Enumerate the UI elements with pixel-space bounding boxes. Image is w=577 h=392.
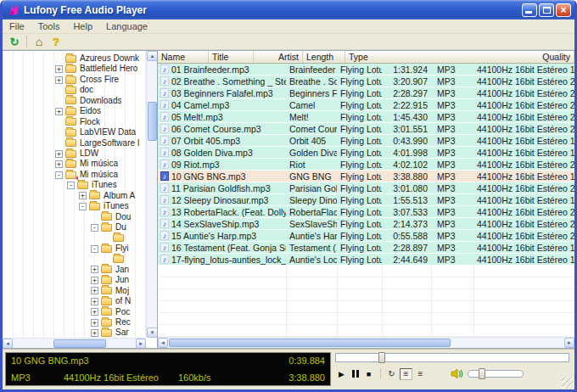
tree-item[interactable]: - Flyi <box>3 244 146 254</box>
volume-icon[interactable] <box>451 368 464 379</box>
maximize-button[interactable] <box>539 3 554 17</box>
column-header[interactable]: Name <box>158 51 209 63</box>
column-header[interactable]: Type <box>345 51 539 63</box>
tree-item[interactable]: Azureus Downk <box>3 53 146 64</box>
pause-button[interactable] <box>349 367 361 380</box>
tree-item[interactable]: - iTunes <box>3 180 146 190</box>
table-row[interactable]: ♪07 Orbit 405.mp3 Orbit 405 Flying Lotus… <box>158 135 574 147</box>
tree-item[interactable]: Flock <box>3 117 146 127</box>
stop-button[interactable]: ■ <box>362 367 375 380</box>
tree-expander-icon[interactable]: + <box>55 150 63 158</box>
column-header[interactable]: Artist <box>254 51 303 63</box>
menu-item[interactable]: Help <box>66 20 99 32</box>
tree-item[interactable]: + Jun <box>3 275 146 285</box>
tree-item[interactable] <box>3 254 146 264</box>
home-button[interactable]: ⌂ <box>31 35 48 49</box>
tree-item[interactable]: - Du <box>3 222 146 232</box>
tree-expander-icon[interactable]: + <box>91 329 98 337</box>
table-row[interactable]: ♪13 RobertaFlack. (Feat. Dolly).mp3 Robe… <box>158 206 574 218</box>
table-row[interactable]: ♪01 Brainfeeder.mp3 Brainfeeder Flying L… <box>158 64 574 76</box>
scroll-left-icon[interactable]: ◄ <box>158 338 168 348</box>
table-row[interactable]: ♪17-flying_lotus-aunties_lock_-_infinit.… <box>158 254 574 266</box>
seek-slider[interactable] <box>335 353 569 362</box>
tree-expander-icon[interactable]: - <box>91 224 98 232</box>
tree-item[interactable] <box>3 232 146 243</box>
tree-expander-icon[interactable]: + <box>91 277 98 284</box>
tree-item[interactable]: + Rec <box>3 317 146 328</box>
tree-expander-icon[interactable]: + <box>91 298 98 305</box>
table-row[interactable]: ♪16 Testament (Feat. Gonja Sufi).mp3 Tes… <box>158 242 574 254</box>
tree-expander-icon[interactable]: + <box>55 65 63 73</box>
menu-item[interactable]: Language <box>99 20 154 32</box>
list-hscroll-thumb[interactable] <box>169 339 451 347</box>
tree-item[interactable]: LabVIEW Data <box>3 127 146 137</box>
table-row[interactable]: ♪06 Comet Course.mp3 Comet Course Flying… <box>158 123 574 135</box>
tree-item[interactable]: LargeSoftware I <box>3 138 146 148</box>
tree-item[interactable]: - Mi música <box>3 170 146 180</box>
scroll-left-icon[interactable]: ◄ <box>3 339 13 349</box>
tree-horizontal-scrollbar[interactable]: ◄ ► <box>3 338 146 348</box>
refresh-button[interactable]: ↻ <box>6 35 23 49</box>
tree-item[interactable]: + Sar <box>3 328 146 338</box>
mode-button[interactable]: ≡ <box>400 368 412 380</box>
tree-vscroll-thumb[interactable] <box>148 102 157 141</box>
tree-item[interactable]: + Moj <box>3 286 146 296</box>
table-row[interactable]: ♪09 Riot.mp3 Riot Flying Lotus 4:02.102 … <box>158 159 574 171</box>
tree-item[interactable]: + Poc <box>3 307 146 317</box>
tree-expander-icon[interactable]: + <box>91 287 98 294</box>
scroll-right-icon[interactable]: ► <box>136 339 146 349</box>
menu-item[interactable]: Tools <box>31 20 67 32</box>
tree-item[interactable]: + Mi música <box>3 159 146 169</box>
scroll-down-icon[interactable]: ▼ <box>147 328 158 338</box>
tree-item[interactable]: + Eidos <box>3 106 146 116</box>
table-row[interactable]: ♪15 Auntie's Harp.mp3 Auntie's Harp Flyi… <box>158 230 574 242</box>
tree-item[interactable]: - iTunes <box>3 201 146 211</box>
tree-item[interactable]: + Cross Fire <box>3 75 146 85</box>
table-row[interactable]: ♪02 Breathe . Something _ Stellar St... … <box>158 76 574 87</box>
table-row[interactable]: ♪08 Golden Diva.mp3 Golden Diva Flying L… <box>158 147 574 159</box>
tree-item[interactable]: + of N <box>3 296 146 306</box>
menu-item[interactable]: File <box>3 20 31 32</box>
close-button[interactable]: × <box>556 3 571 17</box>
column-header[interactable]: Title <box>209 51 254 63</box>
title-bar[interactable]: Lufony Free Audio Player × <box>3 0 574 20</box>
tree-hscroll-thumb[interactable] <box>53 339 106 348</box>
volume-slider[interactable] <box>468 370 524 378</box>
table-row[interactable]: ♪04 Camel.mp3 Camel Flying Lotus 2:22.91… <box>158 99 574 111</box>
table-row[interactable]: ♪12 Sleepy Dinosaur.mp3 Sleepy Dino... F… <box>158 194 574 206</box>
minimize-button[interactable] <box>522 3 537 17</box>
scroll-right-icon[interactable]: ► <box>564 338 574 348</box>
tree-item[interactable]: Dou <box>3 212 146 222</box>
column-header[interactable]: Quality <box>539 51 574 63</box>
list-horizontal-scrollbar[interactable]: ◄ ► <box>158 337 574 348</box>
tree-item[interactable]: doc <box>3 85 146 95</box>
tree-expander-icon[interactable]: - <box>67 182 75 189</box>
table-row[interactable]: ♪14 SexSlaveShip.mp3 SexSlaveShip Flying… <box>158 218 574 230</box>
tree-item[interactable]: + LDW <box>3 148 146 159</box>
tree-expander-icon[interactable]: + <box>55 108 63 115</box>
play-button[interactable]: ▶ <box>335 367 348 380</box>
tree-expander-icon[interactable]: - <box>91 245 98 253</box>
tree-item[interactable]: + Album A <box>3 191 146 201</box>
table-row[interactable]: ♪11 Parisian Goldfish.mp3 Parisian Gol..… <box>158 182 574 194</box>
resize-grip[interactable] <box>562 377 573 388</box>
tree-expander-icon[interactable]: + <box>55 76 63 84</box>
mode-button[interactable]: ≡ <box>414 368 427 380</box>
help-button[interactable]: ? <box>48 35 64 49</box>
seek-slider-thumb[interactable] <box>378 352 385 363</box>
table-row[interactable]: ♪10 GNG BNG.mp3 GNG BNG Flying Lotus 3:3… <box>158 171 574 182</box>
table-row[interactable]: ♪05 Melt!.mp3 Melt! Flying Lotus 1:45.43… <box>158 111 574 123</box>
table-row[interactable]: ♪03 Beginners Falafel.mp3 Beginners F...… <box>158 87 574 99</box>
tree-item[interactable]: Downloads <box>3 96 146 106</box>
column-header[interactable]: Length <box>303 51 345 63</box>
tree-expander-icon[interactable]: - <box>79 203 87 210</box>
tree-vertical-scrollbar[interactable]: ▲ ▼ <box>146 51 157 338</box>
tree-expander-icon[interactable]: - <box>55 171 63 179</box>
scroll-up-icon[interactable]: ▲ <box>147 51 158 61</box>
tree-expander-icon[interactable]: + <box>91 266 98 273</box>
tree-expander-icon[interactable]: + <box>91 319 98 327</box>
volume-slider-thumb[interactable] <box>479 368 485 379</box>
tree-expander-icon[interactable]: + <box>79 192 87 199</box>
mode-button[interactable]: ↻ <box>385 368 398 380</box>
tree-item[interactable]: + Battlefield Hero <box>3 64 146 74</box>
